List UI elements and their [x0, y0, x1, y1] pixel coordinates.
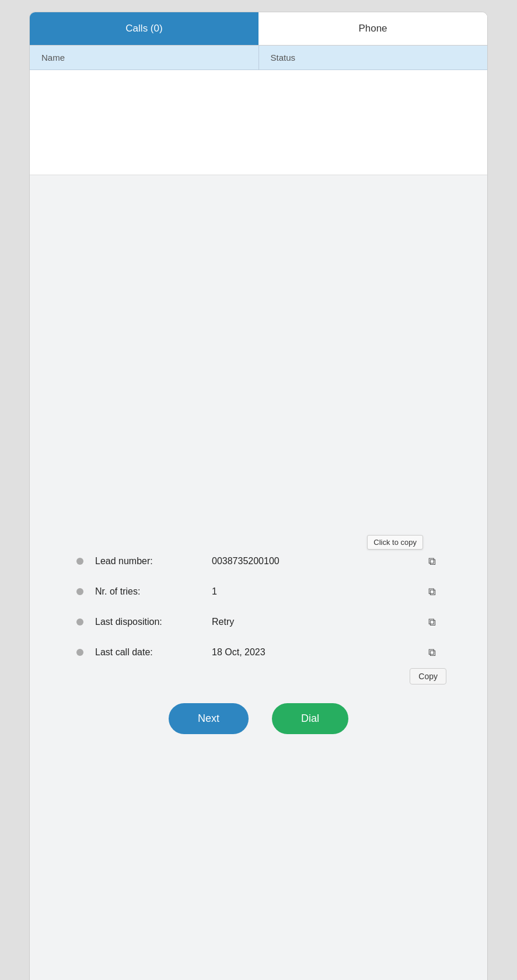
next-button-label: Next	[198, 713, 219, 724]
copy-icon-btn-lead-number[interactable]: ⧉ Click to copy	[423, 552, 441, 570]
bullet-last-call-date	[76, 649, 83, 656]
tab-calls-label: Calls (0)	[125, 23, 162, 34]
label-lead-number: Lead number:	[95, 556, 212, 567]
column-name: Name	[30, 46, 259, 69]
bullet-last-disposition	[76, 618, 83, 625]
bullet-nr-tries	[76, 588, 83, 595]
value-last-disposition: Retry	[212, 617, 423, 627]
value-lead-number: 0038735200100	[212, 556, 423, 567]
tab-calls[interactable]: Calls (0)	[30, 12, 258, 45]
copy-icon-last-call-date: ⧉	[428, 647, 436, 659]
tab-phone[interactable]: Phone	[258, 12, 487, 45]
dial-button[interactable]: Dial	[272, 703, 348, 734]
value-last-call-date: 18 Oct, 2023	[212, 647, 423, 658]
copy-icon-btn-nr-tries[interactable]: ⧉	[423, 583, 441, 600]
column-headers: Name Status	[30, 46, 487, 70]
info-row-last-disposition: Last disposition: Retry ⧉	[76, 613, 441, 631]
tab-header: Calls (0) Phone	[30, 12, 487, 46]
label-nr-tries: Nr. of tries:	[95, 586, 212, 597]
column-status-label: Status	[271, 53, 296, 62]
copy-icon-last-disposition: ⧉	[428, 616, 436, 628]
main-content: Lead number: 0038735200100 ⧉ Click to co…	[30, 175, 487, 980]
info-section: Lead number: 0038735200100 ⧉ Click to co…	[30, 517, 487, 697]
info-row-nr-tries: Nr. of tries: 1 ⧉	[76, 583, 441, 600]
tab-phone-label: Phone	[358, 23, 387, 34]
calls-empty-area	[30, 70, 487, 175]
column-status: Status	[259, 46, 488, 69]
app-container: Calls (0) Phone Name Status Lead number:…	[29, 12, 488, 980]
bullet-lead-number	[76, 558, 83, 565]
action-buttons: Next Dial	[169, 703, 348, 734]
copy-popup-btn[interactable]: Copy	[410, 668, 446, 684]
copy-icon-btn-last-disposition[interactable]: ⧉	[423, 613, 441, 631]
label-last-call-date: Last call date:	[95, 647, 212, 658]
dial-button-label: Dial	[301, 713, 319, 724]
column-name-label: Name	[41, 53, 65, 62]
info-row-lead-number: Lead number: 0038735200100 ⧉ Click to co…	[76, 552, 441, 570]
copy-icon-btn-last-call-date[interactable]: ⧉ Copy	[423, 644, 441, 661]
copy-icon-nr-tries: ⧉	[428, 586, 436, 598]
tooltip-lead-number: Click to copy	[367, 535, 423, 550]
copy-icon-lead-number: ⧉	[428, 555, 436, 568]
value-nr-tries: 1	[212, 586, 423, 597]
info-row-last-call-date: Last call date: 18 Oct, 2023 ⧉ Copy	[76, 644, 441, 661]
label-last-disposition: Last disposition:	[95, 617, 212, 627]
next-button[interactable]: Next	[169, 703, 249, 734]
